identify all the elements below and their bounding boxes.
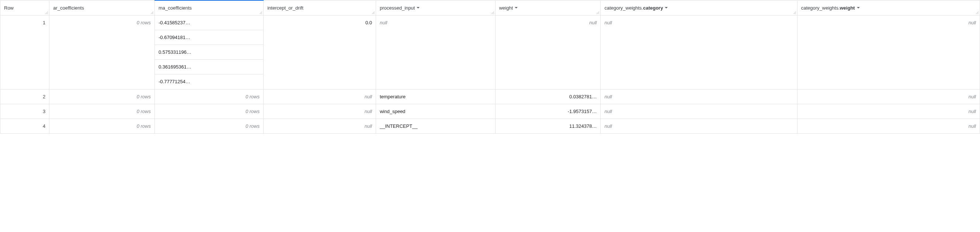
table-row: 1 0 rows -0.41585237… -0.67094181… 0.575… [0,15,980,89]
col-header-label: ma_coefficients [159,5,192,11]
cell-ar-coefficients: 0 rows [49,118,155,133]
cell-processed-input: temperature [376,89,495,104]
cell-ma-coefficients: 0 rows [155,89,264,104]
cell-ma-coefficients: -0.41585237… -0.67094181… 0.575331196… 0… [155,15,264,89]
cell-ma-coefficients: 0 rows [155,104,264,118]
table-row: 3 0 rows 0 rows null wind_speed -1.95731… [0,104,980,118]
cell-weight: 11.324378… [495,118,601,133]
cell-intercept-or-drift: null [264,104,376,118]
cell-weight: -1.9573157… [495,104,601,118]
col-header-label: weight [499,5,513,11]
cell-intercept-or-drift: 0.0 [264,15,376,89]
col-header-label: Row [4,5,14,11]
resize-handle-icon[interactable] [150,11,154,14]
col-header-label: category_weights.category [604,5,663,11]
cell-category-weights-category: null [601,104,797,118]
cell-row-number: 3 [0,104,49,118]
col-header-ar-coefficients[interactable]: ar_coefficients [49,0,155,15]
col-header-intercept-or-drift[interactable]: intercept_or_drift [264,0,376,15]
nested-value: 0.361695361… [155,60,263,74]
nested-list: -0.41585237… -0.67094181… 0.575331196… 0… [155,16,263,89]
col-header-label: ar_coefficients [53,5,84,11]
cell-intercept-or-drift: null [264,118,376,133]
cell-processed-input: null [376,15,495,89]
table-row: 4 0 rows 0 rows null __INTERCEPT__ 11.32… [0,118,980,133]
dropdown-icon[interactable] [664,6,668,9]
cell-category-weights-category: null [601,118,797,133]
cell-row-number: 2 [0,89,49,104]
col-header-suffix: category [643,5,663,11]
results-table: Row ar_coefficients ma_coefficients inte… [0,0,980,134]
col-header-category-weights-weight[interactable]: category_weights.weight [797,0,980,15]
col-header-ma-coefficients[interactable]: ma_coefficients [155,0,264,15]
col-header-label: processed_input [380,5,415,11]
col-header-prefix: category_weights. [604,5,643,11]
header-row: Row ar_coefficients ma_coefficients inte… [0,0,980,15]
resize-handle-icon[interactable] [371,11,375,14]
col-header-prefix: category_weights. [801,5,840,11]
cell-weight: 0.0382781… [495,89,601,104]
col-header-label: category_weights.weight [801,5,855,11]
cell-category-weights-category: null [601,15,797,89]
resize-handle-icon[interactable] [491,11,495,14]
cell-processed-input: __INTERCEPT__ [376,118,495,133]
col-header-weight[interactable]: weight [495,0,601,15]
col-header-suffix: weight [840,5,855,11]
dropdown-icon[interactable] [514,6,518,9]
nested-value: -0.67094181… [155,30,263,45]
cell-ar-coefficients: 0 rows [49,89,155,104]
cell-ma-coefficients: 0 rows [155,118,264,133]
col-header-processed-input[interactable]: processed_input [376,0,495,15]
cell-category-weights-weight: null [797,104,980,118]
cell-category-weights-category: null [601,89,797,104]
table-row: 2 0 rows 0 rows null temperature 0.03827… [0,89,980,104]
resize-handle-icon[interactable] [975,11,979,14]
results-table-wrap: Row ar_coefficients ma_coefficients inte… [0,0,980,134]
col-header-label: intercept_or_drift [267,5,304,11]
cell-row-number: 1 [0,15,49,89]
cell-processed-input: wind_speed [376,104,495,118]
cell-row-number: 4 [0,118,49,133]
cell-category-weights-weight: null [797,15,980,89]
col-header-category-weights-category[interactable]: category_weights.category [601,0,797,15]
cell-category-weights-weight: null [797,89,980,104]
resize-handle-icon[interactable] [259,11,262,14]
col-header-row[interactable]: Row [0,0,49,15]
cell-category-weights-weight: null [797,118,980,133]
resize-handle-icon[interactable] [45,11,48,14]
resize-handle-icon[interactable] [596,11,600,14]
dropdown-icon[interactable] [856,6,860,9]
resize-handle-icon[interactable] [793,11,796,14]
nested-value: -0.77771254… [155,74,263,89]
nested-value: 0.575331196… [155,45,263,60]
cell-ar-coefficients: 0 rows [49,104,155,118]
nested-value: -0.41585237… [155,16,263,30]
cell-ar-coefficients: 0 rows [49,15,155,89]
cell-weight: null [495,15,601,89]
cell-intercept-or-drift: null [264,89,376,104]
dropdown-icon[interactable] [416,6,420,9]
